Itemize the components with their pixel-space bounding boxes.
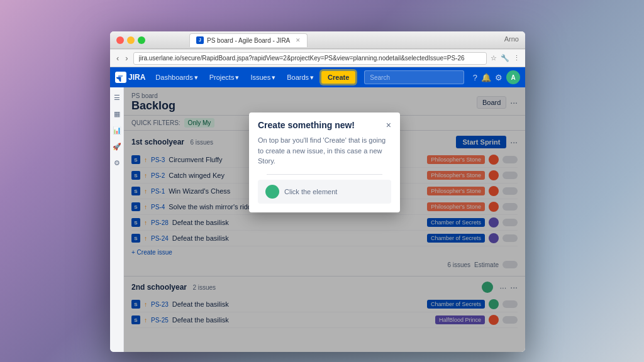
- nav-icons: ? 🔔 ⚙ A: [473, 70, 520, 84]
- nav-reports-icon[interactable]: 📊: [111, 124, 123, 136]
- nav-rail: ☰ ▦ 📊 🚀 ⚙: [110, 87, 124, 352]
- search-container: [364, 70, 464, 84]
- modal-user-avatar: [265, 185, 279, 199]
- modal-action-area: Click the element: [258, 180, 391, 204]
- nav-settings-icon[interactable]: ⚙: [111, 156, 123, 169]
- address-bar: ‹ › ☆ 🔧 ⋮: [110, 49, 525, 67]
- username-label: Arno: [504, 35, 519, 43]
- jira-app: JIRA Dashboards ▾ Projects ▾ Issues ▾ Bo…: [110, 67, 525, 352]
- jira-content: PS board Backlog Board ··· QUICK FILTERS…: [124, 87, 525, 352]
- jira-topnav: JIRA Dashboards ▾ Projects ▾ Issues ▾ Bo…: [110, 67, 525, 87]
- close-button[interactable]: [116, 36, 124, 44]
- modal-description: On top bar you'll find 'Create' that is …: [258, 135, 391, 167]
- title-bar: J PS board - Agile Board - JIRA ✕ Arno: [110, 31, 525, 49]
- tab-title: PS board - Agile Board - JIRA: [207, 37, 290, 44]
- nav-boards[interactable]: Boards ▾: [283, 71, 318, 84]
- tab-favicon: J: [196, 36, 204, 44]
- url-field[interactable]: [133, 52, 487, 65]
- modal-body: On top bar you'll find 'Create' that is …: [249, 135, 400, 212]
- modal-title: Create something new!: [258, 120, 355, 130]
- tab-close-icon[interactable]: ✕: [296, 37, 301, 43]
- nav-dashboards[interactable]: Dashboards ▾: [152, 71, 201, 84]
- minimize-button[interactable]: [127, 36, 135, 44]
- nav-board-icon[interactable]: ▦: [111, 107, 123, 120]
- nav-backlog-icon[interactable]: ☰: [111, 91, 123, 104]
- browser-chrome: J PS board - Agile Board - JIRA ✕ Arno ‹…: [110, 31, 525, 67]
- user-avatar[interactable]: A: [506, 70, 520, 84]
- bookmark-icon[interactable]: ☆: [491, 54, 497, 62]
- jira-logo-text: JIRA: [128, 73, 145, 82]
- modal-header: Create something new! ×: [249, 112, 400, 135]
- modal-close-button[interactable]: ×: [386, 120, 391, 130]
- maximize-button[interactable]: [138, 36, 145, 44]
- nav-releases-icon[interactable]: 🚀: [111, 140, 123, 153]
- window-controls: [116, 36, 145, 44]
- jira-logo-icon: [115, 72, 126, 83]
- notifications-icon[interactable]: 🔔: [481, 73, 491, 82]
- jira-main: ☰ ▦ 📊 🚀 ⚙ PS board Backlog Board ···: [110, 87, 525, 352]
- menu-icon[interactable]: ⋮: [513, 54, 520, 62]
- help-icon[interactable]: ?: [473, 73, 477, 82]
- settings-icon[interactable]: ⚙: [495, 73, 502, 82]
- nav-projects[interactable]: Projects ▾: [206, 71, 243, 84]
- active-tab[interactable]: J PS board - Agile Board - JIRA ✕: [189, 33, 308, 47]
- create-modal: Create something new! × On top bar you'l…: [249, 112, 400, 212]
- jira-logo: JIRA: [115, 72, 145, 83]
- modal-action-text: Click the element: [284, 188, 337, 195]
- search-input[interactable]: [364, 70, 464, 84]
- back-button[interactable]: ‹: [115, 53, 120, 63]
- browser-window: J PS board - Agile Board - JIRA ✕ Arno ‹…: [110, 31, 525, 352]
- extension-icon[interactable]: 🔧: [501, 54, 509, 62]
- nav-issues[interactable]: Issues ▾: [247, 71, 279, 84]
- tab-bar: J PS board - Agile Board - JIRA ✕: [152, 32, 345, 48]
- modal-overlay: Create something new! × On top bar you'l…: [124, 87, 525, 352]
- forward-button[interactable]: ›: [124, 53, 129, 63]
- create-button[interactable]: Create: [321, 71, 355, 84]
